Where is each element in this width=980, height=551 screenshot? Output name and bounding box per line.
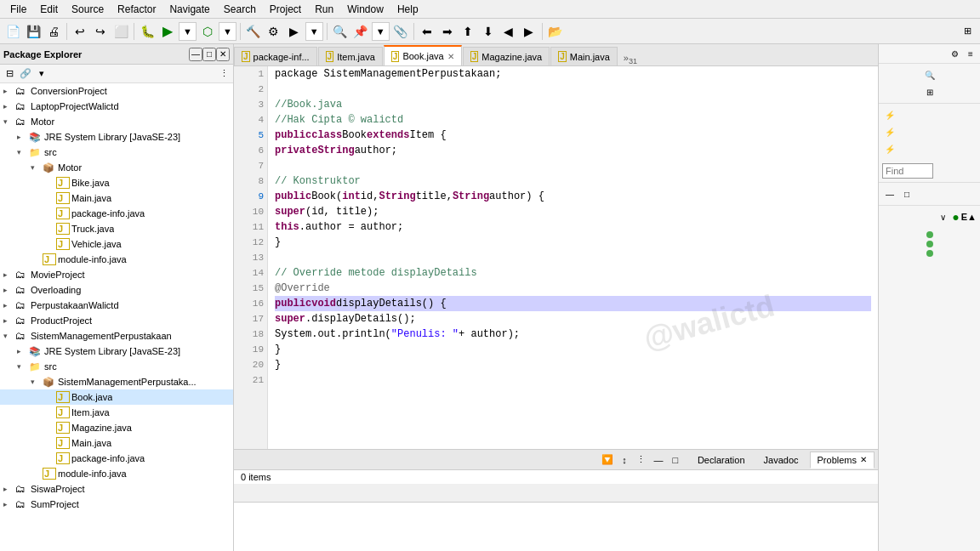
code-line-17[interactable]: super.displayDetails(); [275,311,871,327]
rp-toggle[interactable]: ∨ [935,209,950,224]
menu-run[interactable]: Run [308,2,340,17]
bottom-maximize[interactable]: □ [668,452,683,468]
tree-collapse-arrow[interactable]: ▾ [17,148,29,156]
tb-up[interactable]: ⬆ [459,22,477,41]
code-line-5[interactable]: public class Book extends Item { [275,128,871,143]
rp-gear[interactable]: ⚙ [947,46,962,61]
tb-ref2[interactable]: 📎 [391,22,410,41]
menu-edit[interactable]: Edit [33,2,65,17]
tb-redo[interactable]: ↪ [91,22,110,41]
tree-collapse-arrow[interactable]: ▾ [3,117,15,126]
tree-expand-arrow[interactable]: ▸ [3,270,15,279]
pe-menu[interactable]: ▾ [34,66,49,82]
tab-pkginfo[interactable]: Jpackage-inf... [234,47,317,65]
tb-search[interactable]: 🔍 [331,22,350,41]
tb-build2[interactable]: ⚙ [265,22,283,41]
tree-item-jre-motor[interactable]: ▸📚JRE System Library [JavaSE-23] [0,129,233,145]
tb-down[interactable]: ⬇ [479,22,498,41]
tb-test-dropdown[interactable]: ▼ [219,22,236,41]
menu-file[interactable]: File [3,2,33,17]
code-line-20[interactable]: } [275,357,871,372]
rp-btn5[interactable]: ⚡ [882,141,897,156]
rp-btn4[interactable]: ⚡ [882,124,897,139]
tree-expand-arrow[interactable]: ▸ [3,301,15,310]
code-line-15[interactable]: @Override [275,281,871,296]
tree-expand-arrow[interactable]: ▸ [3,485,15,493]
tree-expand-arrow[interactable]: ▸ [3,316,15,325]
tree-item-overloading[interactable]: ▸🗂Overloading [0,282,233,298]
tb-perspective[interactable]: ⊞ [958,22,977,41]
tb-save[interactable]: 💾 [24,22,43,41]
menu-window[interactable]: Window [340,2,390,17]
code-editor[interactable]: 123456789101112131415161718192021 packag… [234,66,878,449]
tree-item-motor[interactable]: ▾🗂Motor [0,114,233,129]
tree-item-bike[interactable]: JBike.java [0,175,233,190]
tree-item-sistem[interactable]: ▾🗂SistemManagementPerpustakaan [0,328,233,344]
pe-close[interactable]: ✕ [216,48,230,61]
code-line-11[interactable]: this.author = author; [275,219,871,235]
tree-expand-arrow[interactable]: ▸ [3,286,15,294]
tab-close-book[interactable]: ✕ [447,52,454,61]
tb-nav[interactable]: ⬜ [111,22,130,41]
code-line-9[interactable]: public Book(int id, String title, String… [275,189,871,204]
tb-next[interactable]: ⬅ [418,22,436,41]
tb-prev[interactable]: ➡ [438,22,457,41]
code-line-3[interactable]: //Book.java [275,97,871,112]
tab-item[interactable]: JItem.java [318,47,383,65]
tb-undo[interactable]: ↩ [71,22,89,41]
tree-item-siswa[interactable]: ▸🗂SiswaProject [0,481,233,497]
tb-run-dropdown[interactable]: ▼ [179,22,197,41]
tree-item-jre-sistem[interactable]: ▸📚JRE System Library [JavaSE-23] [0,344,233,359]
pe-link-editor[interactable]: 🔗 [18,66,33,82]
tree-expand-arrow[interactable]: ▸ [3,102,15,111]
code-line-10[interactable]: super(id, title); [275,204,871,219]
rp-btn1[interactable]: 🔍 [922,67,937,82]
tree-collapse-arrow[interactable]: ▾ [31,163,43,172]
tree-item-item[interactable]: JItem.java [0,405,233,420]
code-line-7[interactable] [275,158,871,173]
tb-build-dropdown[interactable]: ▼ [305,22,323,41]
pe-maximize[interactable]: □ [202,48,216,61]
rp-minimize2[interactable]: — [882,186,897,202]
bottom-tab-close-problems[interactable]: ✕ [860,455,867,464]
tb-debug[interactable]: 🐛 [138,22,157,41]
tree-expand-arrow[interactable]: ▸ [17,133,29,141]
tree-item-movie[interactable]: ▸🗂MovieProject [0,267,233,282]
tree-item-conversion[interactable]: ▸🗂ConversionProject [0,83,233,99]
tree-item-pkginfo-motor[interactable]: Jpackage-info.java [0,206,233,221]
bottom-tab-declaration[interactable]: Declaration [690,452,753,469]
tree-expand-arrow[interactable]: ▸ [3,87,15,95]
tab-overflow[interactable]: »31 [618,53,642,65]
menu-search[interactable]: Search [217,2,263,17]
tree-item-main-sistem[interactable]: JMain.java [0,435,233,451]
tb-new[interactable]: 📄 [3,22,22,41]
tree-item-book[interactable]: JBook.java [0,389,233,405]
tree-collapse-arrow[interactable]: ▾ [31,378,43,386]
tree-item-perp[interactable]: ▸🗂PerpustakaanWalictd [0,298,233,313]
code-line-6[interactable]: private String author; [275,143,871,158]
code-line-18[interactable]: System.out.println("Penulis: " + author)… [275,327,871,342]
tree-item-truck[interactable]: JTruck.java [0,221,233,236]
code-line-12[interactable]: } [275,235,871,250]
rp-expand[interactable]: □ [899,186,914,202]
tree-item-laptop[interactable]: ▸🗂LaptopProjectWalictd [0,99,233,114]
tree-item-main-motor[interactable]: JMain.java [0,190,233,206]
bottom-more[interactable]: ⋮ [634,452,649,468]
tree-item-pkginfo-sistem[interactable]: Jpackage-info.java [0,451,233,466]
tree-item-src-motor[interactable]: ▾📁src [0,145,233,160]
code-line-1[interactable]: package SistemManagementPerpustakaan; [275,66,871,82]
tree-item-modinfo-sistem[interactable]: Jmodule-info.java [0,466,233,481]
rp-btn3[interactable]: ⚡ [882,107,897,122]
code-line-14[interactable]: // Override metode displayDetails [275,265,871,281]
tb-open[interactable]: 📂 [546,22,565,41]
pe-minimize[interactable]: — [189,48,202,61]
bottom-filter[interactable]: 🔽 [600,452,615,468]
tb-test[interactable]: ⬡ [198,22,217,41]
tree-item-src-sistem[interactable]: ▾📁src [0,359,233,374]
menu-refactor[interactable]: Refactor [111,2,162,17]
tree-item-sistem-pkg[interactable]: ▾📦SistemManagementPerpustaka... [0,374,233,389]
bottom-tab-problems[interactable]: Problems✕ [810,452,875,469]
code-line-19[interactable]: } [275,342,871,357]
tb-run[interactable]: ▶ [158,22,177,41]
menu-project[interactable]: Project [263,2,308,17]
